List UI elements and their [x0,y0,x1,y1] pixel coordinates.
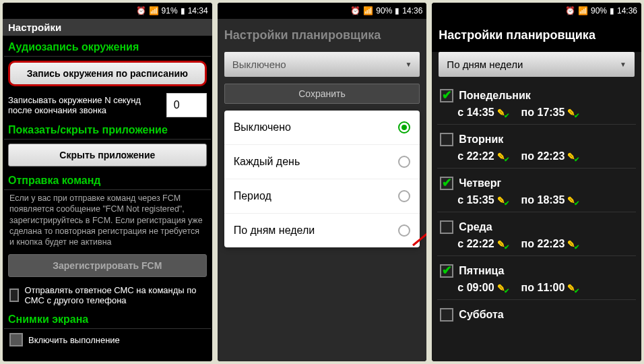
option-label: По дням недели [234,224,315,237]
save-button[interactable]: Сохранить [224,84,420,104]
seconds-after-call-label: Записывать окружение N секунд после окон… [8,95,162,115]
day-toggle-row[interactable]: Понедельник [437,86,636,105]
option-weekdays[interactable]: По дням недели [224,214,420,247]
section-screenshots: Снимки экрана [4,309,211,329]
signal-icon: 📶 [149,6,159,16]
page-title: Настройки [3,19,212,36]
section-hide: Показать/скрыть приложение [4,120,211,140]
edit-icon: ✎ [567,195,581,206]
phone-scheduler-modal: ⏰ 📶 90% ▮ 14:36 Настройки планировщика В… [218,3,427,361]
option-label: Каждый день [234,156,300,168]
clock: 14:34 [188,6,208,16]
chevron-down-icon: ▼ [620,61,626,68]
radio-icon [398,121,410,133]
time-row: с 15:35 ✎по 18:35 ✎ [437,193,636,212]
edit-icon: ✎ [567,151,581,162]
day-checkbox[interactable] [440,220,453,234]
radio-icon [398,190,410,202]
day-checkbox[interactable] [440,308,453,322]
radio-icon [398,156,410,168]
chevron-down-icon: ▼ [405,61,412,68]
scheduler-title: Настройки планировщика [218,19,427,52]
day-label: Среда [459,221,492,233]
time-to[interactable]: по 22:23 ✎ [521,150,581,162]
day-label: Понедельник [459,90,530,102]
phone-settings: ⏰ 📶 91% ▮ 14:34 Настройки Аудиозапись ок… [3,3,212,361]
edit-icon: ✎ [497,107,511,118]
time-from[interactable]: с 09:00 ✎ [457,282,510,294]
day-label: Четверг [459,177,501,189]
day-toggle-row[interactable]: Суббота [437,305,636,324]
hide-app-button[interactable]: Скрыть приложение [8,144,207,166]
time-row: с 14:35 ✎по 17:35 ✎ [437,105,636,125]
alarm-icon: ⏰ [136,6,146,16]
edit-icon: ✎ [567,107,581,118]
time-row: с 22:22 ✎по 22:23 ✎ [437,149,636,169]
day-label: Вторник [459,133,503,146]
scheduler-content: Настройки планировщика По дням недели ▼ … [432,19,641,361]
day-checkbox[interactable] [440,177,453,190]
option-off[interactable]: Выключено [224,111,420,145]
day-toggle-row[interactable]: Вторник [437,130,636,149]
day-toggle-row[interactable]: Пятница [437,262,636,280]
alarm-icon: ⏰ [350,6,360,16]
alarm-icon: ⏰ [565,6,575,16]
enable-exec-checkbox[interactable] [9,333,23,346]
clock: 14:36 [402,6,422,16]
statusbar: ⏰ 📶 90% ▮ 14:36 [432,3,641,19]
time-to[interactable]: по 22:23 ✎ [521,238,581,250]
mode-dropdown[interactable]: Выключено ▼ [224,52,420,77]
edit-icon: ✎ [497,282,511,293]
day-block: Вторникс 22:22 ✎по 22:23 ✎ [432,127,641,171]
radio-icon [398,224,410,237]
time-row: с 09:00 ✎по 11:00 ✎ [437,280,636,300]
day-block: Пятницас 09:00 ✎по 11:00 ✎ [432,259,641,303]
days-list: Понедельникс 14:35 ✎по 17:35 ✎Вторникс 2… [432,84,641,327]
signal-icon: 📶 [578,6,588,16]
option-period[interactable]: Период [224,179,420,214]
day-label: Суббота [459,309,503,321]
day-label: Пятница [459,265,504,277]
time-to[interactable]: по 17:35 ✎ [521,107,581,119]
option-everyday[interactable]: Каждый день [224,145,420,179]
schedule-recording-button[interactable]: Запись окружения по расписанию [8,61,207,86]
time-to[interactable]: по 18:35 ✎ [521,194,581,206]
edit-icon: ✎ [497,151,511,162]
mode-dropdown[interactable]: По дням недели ▼ [439,52,635,77]
dropdown-value: По дням недели [447,59,523,70]
battery-icon: ▮ [610,6,614,16]
sms-reply-row[interactable]: Отправлять ответное СМС на команды по СМ… [4,281,211,309]
battery-percent: 90% [376,6,392,16]
day-toggle-row[interactable]: Четверг [437,174,636,193]
day-checkbox[interactable] [440,133,453,146]
phone-scheduler-days: ⏰ 📶 90% ▮ 14:36 Настройки планировщика П… [432,3,641,361]
day-checkbox[interactable] [440,264,453,278]
register-fcm-button[interactable]: Зарегистрировать FCM [8,254,207,277]
edit-icon: ✎ [497,239,511,249]
time-to[interactable]: по 11:00 ✎ [521,282,581,294]
time-from[interactable]: с 15:35 ✎ [457,194,510,206]
day-block: Четвергс 15:35 ✎по 18:35 ✎ [432,171,641,215]
time-row: с 22:22 ✎по 22:23 ✎ [437,237,636,256]
enable-exec-label: Включить выполнение [28,335,120,345]
option-label: Период [234,190,271,202]
seconds-after-call-input[interactable]: 0 [166,93,207,117]
day-checkbox[interactable] [440,89,453,102]
battery-icon: ▮ [181,6,185,16]
time-from[interactable]: с 22:22 ✎ [457,238,510,250]
section-audio: Аудиозапись окружения [4,37,211,57]
fcm-description: Если у вас при отправке команд через FCM… [4,190,211,250]
options-modal: Выключено Каждый день Период По дням нед… [224,111,420,247]
day-block: Суббота [432,303,641,327]
time-from[interactable]: с 14:35 ✎ [457,107,510,119]
signal-icon: 📶 [363,6,373,16]
day-toggle-row[interactable]: Среда [437,218,636,237]
time-from[interactable]: с 22:22 ✎ [457,150,510,162]
edit-icon: ✎ [567,282,581,293]
section-commands: Отправка команд [4,171,211,190]
seconds-after-call-row: Записывать окружение N секунд после окон… [4,90,211,120]
enable-exec-row[interactable]: Включить выполнение [4,329,211,351]
battery-percent: 90% [591,6,607,16]
clock: 14:36 [617,6,637,16]
sms-reply-checkbox[interactable] [9,289,19,302]
